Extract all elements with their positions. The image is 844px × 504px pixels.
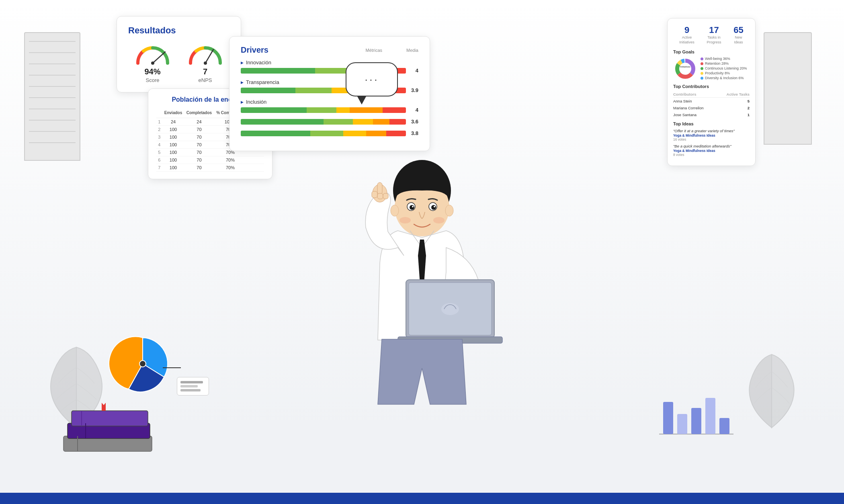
svg-point-5 (204, 61, 207, 65)
svg-text:Initiatives: Initiatives (680, 66, 690, 68)
gauges-row: 94% Score 7 eNPS (128, 43, 229, 83)
idea-quote: "Offer it at a greater variety of times" (673, 129, 750, 133)
books-decoration (59, 382, 164, 464)
svg-rect-17 (72, 411, 148, 426)
contributor-row: Mariana Correilon2 (673, 104, 750, 111)
driver-row: Inclusión4 (241, 99, 418, 113)
driver-bar (241, 119, 406, 125)
col-header-enviados: Enviados (162, 107, 184, 118)
contrib-col-tasks: Active Tasks (717, 91, 750, 98)
driver-row: 3.6 (241, 119, 418, 125)
dash-stat: 9ActiveInitiatives (679, 25, 694, 45)
contrib-col-name: Contributors (673, 91, 717, 98)
driver-score: 3.9 (408, 87, 418, 93)
svg-point-34 (410, 205, 414, 210)
leaf-right-decoration (740, 351, 804, 432)
svg-point-37 (434, 206, 435, 207)
svg-line-2 (153, 52, 165, 63)
svg-point-3 (151, 61, 154, 65)
person-illustration (301, 131, 543, 493)
top-ideas-title: Top Ideas (673, 121, 750, 126)
building-right-decoration (764, 32, 812, 145)
svg-rect-23 (663, 402, 673, 434)
legend-item: Productivity 8% (701, 71, 747, 75)
svg-rect-26 (705, 398, 715, 434)
legend-dot (701, 57, 703, 60)
legend-items: Well-being 36%Retention 28%Continuous Li… (701, 57, 747, 81)
drivers-title: Drivers (241, 45, 268, 55)
driver-score: 4 (408, 107, 418, 113)
col-media: Media (406, 48, 418, 53)
svg-point-39 (433, 217, 445, 223)
score-value: 94% (144, 67, 160, 76)
svg-point-36 (412, 206, 414, 207)
svg-point-12 (139, 361, 146, 367)
top-contributors-title: Top Contributors (673, 84, 750, 89)
svg-line-4 (205, 49, 213, 63)
stats-row: 9ActiveInitiatives17Tasks inProgress65Ne… (673, 25, 750, 45)
idea-item: "Be a quick meditation afterwards"Yoga &… (673, 144, 750, 157)
contributor-name: Jose Santana (673, 111, 717, 118)
idea-tag: Yoga & Mindfulness Ideas (673, 149, 750, 153)
enps-label: eNPS (199, 77, 212, 83)
card-resultados: Resultados 94% Score (117, 16, 241, 92)
svg-rect-45 (383, 193, 388, 199)
idea-votes: 8 votes (673, 153, 750, 157)
svg-rect-24 (677, 414, 687, 434)
score-gauge: 94% Score (135, 43, 171, 83)
card-dashboard: 9ActiveInitiatives17Tasks inProgress65Ne… (667, 18, 756, 166)
donut-chart: Initiatives (673, 57, 697, 81)
legend-label: Continuous Listening 20% (705, 66, 747, 70)
contributor-name: Mariana Correilon (673, 104, 717, 111)
donut-row: Initiatives Well-being 36%Retention 28%C… (673, 57, 750, 81)
enps-gauge-svg (187, 43, 223, 66)
stat-number: 17 (707, 25, 721, 35)
driver-bar-wrap: 4 (241, 107, 418, 113)
idea-quote: "Be a quick meditation afterwards" (673, 144, 750, 148)
driver-score: 3.6 (408, 119, 418, 125)
svg-marker-18 (102, 403, 106, 411)
bottom-bar (0, 493, 844, 504)
svg-point-35 (431, 205, 436, 210)
driver-bar-wrap: 3.6 (241, 119, 418, 125)
table-row: 71007070% (156, 164, 264, 172)
stat-number: 65 (733, 25, 743, 35)
col-metricas: Métricas (365, 48, 382, 53)
contributor-row: Jose Santana1 (673, 111, 750, 118)
dash-stat: 65NewIdeas (733, 25, 743, 45)
svg-rect-42 (377, 182, 382, 195)
contributor-row: Anna Stein5 (673, 98, 750, 105)
legend-item: Diversity & Inclusion 6% (701, 76, 747, 80)
building-left-decoration (24, 32, 80, 161)
enps-gauge: 7 eNPS (187, 43, 223, 83)
enps-value: 7 (203, 67, 207, 76)
col-header-completados: Completados (184, 107, 214, 118)
driver-name: Inclusión (241, 99, 418, 105)
top-goals-title: Top Goals (673, 49, 750, 54)
idea-tag: Yoga & Mindfulness Ideas (673, 133, 750, 137)
books-svg (59, 382, 164, 462)
chat-bubble: ··· (346, 62, 398, 96)
svg-point-38 (399, 217, 411, 223)
driver-bar (241, 107, 406, 113)
legend-dot (701, 62, 703, 65)
driver-score: 4 (408, 68, 418, 74)
chat-dots: ··· (365, 73, 379, 86)
drivers-header: Drivers Métricas Media (241, 45, 418, 55)
legend-label: Retention 28% (705, 61, 729, 66)
legend-item: Continuous Listening 20% (701, 66, 747, 70)
svg-rect-44 (377, 193, 383, 199)
col-header-num (156, 107, 162, 118)
stat-number: 9 (679, 25, 694, 35)
stat-label: Tasks inProgress (707, 35, 721, 45)
bar-chart-svg (655, 378, 735, 442)
contributor-tasks: 1 (717, 111, 750, 118)
person-svg (301, 131, 543, 493)
legend-dot (701, 67, 703, 70)
stat-label: ActiveInitiatives (679, 35, 694, 45)
contributors-table: Contributors Active Tasks Anna Stein5Mar… (673, 91, 750, 118)
contributor-tasks: 2 (717, 104, 750, 111)
pie-legend-box (177, 377, 209, 395)
svg-rect-25 (691, 408, 701, 434)
svg-point-31 (445, 205, 453, 216)
